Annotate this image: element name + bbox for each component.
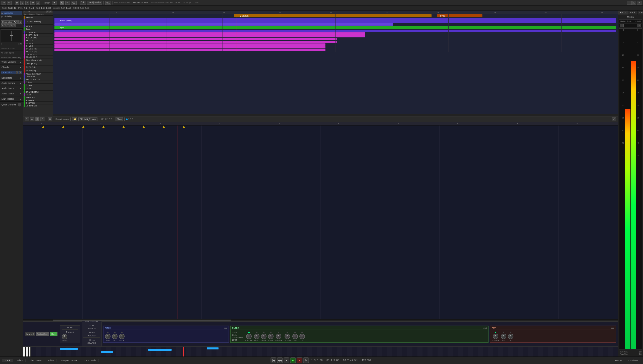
track-header-11[interactable]: BK VX 3 (D)	[23, 50, 53, 53]
track-header-4[interactable]: LD VOX (R)	[23, 31, 53, 34]
track-header-14[interactable]: Slide (Copy of v1)	[23, 58, 53, 62]
close-btn[interactable]: ✕	[637, 1, 641, 5]
track-header-17[interactable]: RHY R (v4)	[23, 69, 53, 73]
bottom-tab-c[interactable]: C	[100, 359, 107, 362]
track-header-5[interactable]: BKG VX SUB	[23, 34, 53, 36]
track-header-24[interactable]: DRUM EXTRA	[23, 91, 53, 93]
record-transport-btn[interactable]: ●	[297, 357, 302, 363]
audio-sends-item[interactable]: Audio Sends ▶	[1, 87, 22, 90]
go-start-btn[interactable]: |◀	[271, 357, 276, 363]
bottom-tab-sampler[interactable]: Sampler Control	[58, 359, 80, 362]
bottom-tab-chordpads[interactable]: Chord Pads	[81, 359, 99, 362]
solo-btn[interactable]: S	[4, 24, 7, 27]
track-header-18[interactable]: PBass Edit (Cp1)	[23, 73, 53, 75]
track-header-0[interactable]: Markers	[23, 16, 53, 19]
track-select-btn[interactable]: ▼	[18, 20, 22, 24]
cursor-tool[interactable]: ↖	[60, 1, 64, 5]
track-header-1[interactable]: DRUMS (Drums)	[23, 19, 53, 25]
record-mode-w[interactable]: W	[30, 1, 35, 5]
quick-controls-btn[interactable]	[18, 103, 21, 106]
track-header-7[interactable]: BK VX 1	[23, 39, 53, 42]
scale-down-btn[interactable]: -	[620, 24, 624, 27]
lfo-amp-knob[interactable]	[508, 334, 513, 339]
bottom-tab-track[interactable]: Track	[2, 359, 13, 362]
track-versions-item[interactable]: Track Versions ▶	[1, 60, 22, 64]
equalizers-item[interactable]: Equalizers ▶	[1, 76, 22, 80]
visibility-item[interactable]: ▶ Visibility	[1, 15, 22, 18]
record-mode-r[interactable]: R	[25, 1, 30, 5]
minimize-btn[interactable]: —	[627, 1, 632, 5]
piano-roll-area[interactable]	[31, 347, 618, 356]
track-header-13[interactable]: DOUBLED R	[23, 56, 53, 58]
grid-dropdown[interactable]: Grid	[80, 1, 86, 5]
track-header-8[interactable]: BK VX 2	[23, 42, 53, 45]
bottom-tab-editor[interactable]: Editor	[14, 359, 26, 362]
pan-knob[interactable]	[292, 334, 298, 339]
read-btn[interactable]: R	[13, 24, 16, 27]
track-header-12[interactable]: DOUBLED L	[23, 53, 53, 56]
slice-tab[interactable]: Slice	[50, 332, 58, 336]
track-header-22[interactable]: Shaker	[23, 84, 53, 87]
ae-w-btn[interactable]: W	[30, 117, 35, 121]
track-header-25[interactable]: Piano	[23, 93, 53, 96]
normal-tab[interactable]: Normal	[25, 332, 35, 336]
track-header-6[interactable]: ALL VX SUB	[23, 36, 53, 39]
midi-inserts-item[interactable]: MIDI Inserts ▶	[1, 97, 22, 101]
mute-btn[interactable]: M	[1, 24, 4, 27]
timeline-area[interactable]: ▲ Interlude 5.VB 2 DRUMS (Drums) Organ	[53, 11, 618, 116]
drum-slice-item[interactable]: Drum slice ✏ ✕	[1, 71, 22, 74]
redo-btn[interactable]: ↪	[7, 1, 12, 5]
lfo-filter-knob[interactable]	[299, 334, 305, 339]
reso-knob[interactable]	[254, 334, 259, 339]
record-mode-m[interactable]: M	[15, 1, 19, 5]
ae-r-btn[interactable]: R	[25, 117, 29, 121]
track-header-20[interactable]: HALion Boil...02	[23, 78, 53, 81]
track-header-21[interactable]: P Bass	[23, 81, 53, 84]
ae-expand[interactable]: ⤢	[612, 117, 616, 121]
ae-folder[interactable]: 📁	[72, 117, 77, 121]
record-mode-a[interactable]: A	[36, 1, 40, 5]
ae-a-btn[interactable]: A	[35, 117, 39, 121]
audio-fader-item[interactable]: Audio Fader ▶	[1, 92, 22, 95]
play-btn[interactable]: ▶	[290, 357, 296, 363]
stop-btn[interactable]: ■	[284, 357, 289, 363]
volume-filter-knob[interactable]	[276, 334, 281, 339]
audiowarp-tab[interactable]: AudioWarp	[36, 332, 49, 336]
quick-controls-item[interactable]: Quick Controls	[1, 102, 22, 107]
inspector-item[interactable]: ▶ Inspector	[1, 11, 22, 15]
right-tab-bank[interactable]: Bank	[628, 11, 638, 15]
waveform-scroll-handle[interactable]	[53, 320, 231, 321]
track-header-3[interactable]: Organ	[23, 27, 53, 31]
drive-knob[interactable]	[261, 334, 266, 339]
write-btn-track[interactable]: W	[10, 24, 13, 27]
thresh-knob[interactable]	[62, 334, 67, 339]
chords-item[interactable]: Chords ▶	[1, 66, 22, 69]
glide-knob[interactable]	[119, 334, 125, 339]
audio-inserts-item[interactable]: Audio Inserts ▶	[1, 81, 22, 85]
track-header-btn2[interactable]: ⊗	[49, 11, 52, 13]
ae-b-btn[interactable]: B	[40, 117, 44, 121]
track-select[interactable]: Drum slice	[1, 20, 18, 24]
maximize-btn[interactable]: □	[632, 1, 636, 5]
track-header-19[interactable]: Drum slice	[23, 75, 53, 78]
drum-slice-x[interactable]: ✕	[19, 71, 21, 74]
right-tab-vst[interactable]: VST1	[618, 11, 628, 15]
track-header-16[interactable]: RHY L (v3)	[23, 66, 53, 69]
track-header-29[interactable]: 12-Bar Basic	[23, 104, 53, 107]
ae-slice-btn[interactable]: Slice	[116, 117, 123, 121]
ae-settings[interactable]: ⚙	[48, 117, 52, 121]
lfo-pitch-knob[interactable]	[112, 334, 118, 339]
track-header-15[interactable]: Lead gtr (v2)	[23, 62, 53, 66]
quantize-dropdown[interactable]: Use Quantize	[87, 1, 102, 5]
pan-amp-knob[interactable]	[501, 334, 506, 339]
right-tab-cr[interactable]: CR	[637, 11, 643, 15]
record-mode-s[interactable]: S	[20, 1, 24, 5]
bottom-tab-mixconsole[interactable]: MixConsole	[27, 359, 44, 362]
timeline-hscroll[interactable]	[53, 114, 618, 116]
track-header-26[interactable]: Guitar Sub	[23, 96, 53, 99]
track-header-23[interactable]: Piano	[23, 87, 53, 91]
eraser-tool[interactable]: ⌫	[71, 1, 77, 5]
cutoff-knob[interactable]	[246, 334, 252, 339]
cutoff2-knob[interactable]	[285, 334, 290, 339]
volume-amp-knob[interactable]	[493, 334, 498, 339]
